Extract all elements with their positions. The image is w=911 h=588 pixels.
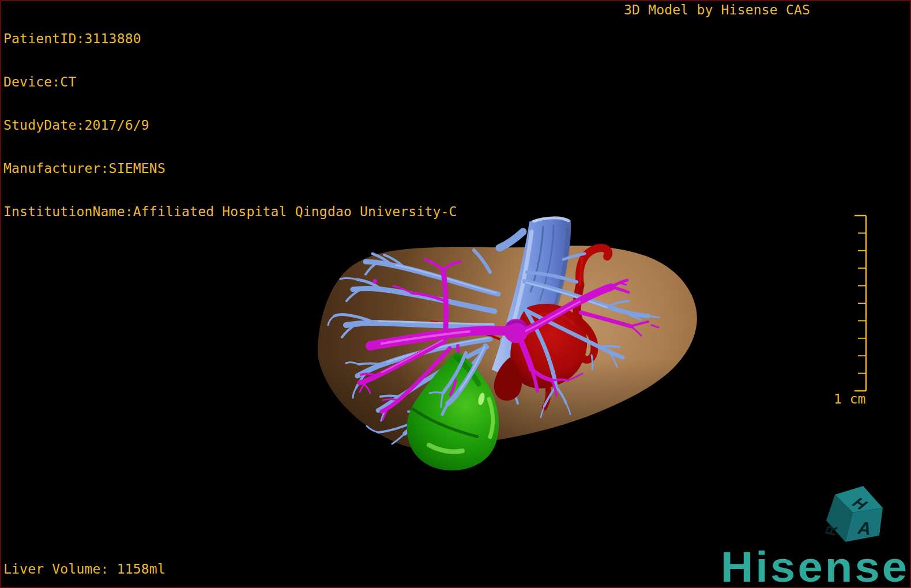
watermark-title: 3D Model by Hisense CAS [624, 3, 810, 17]
liver-volume-label: Liver Volume: 1158ml [3, 562, 165, 576]
patient-id-line: PatientID:3113880 [3, 32, 457, 46]
study-date-line: StudyDate:2017/6/9 [3, 118, 457, 133]
institution-line: InstitutionName:Affiliated Hospital Qing… [3, 205, 457, 219]
orientation-cube[interactable]: H R A [821, 486, 883, 542]
scale-bar: 1 cm [834, 216, 866, 406]
device-line: Device:CT [3, 75, 457, 89]
hisense-logo: Hisense [721, 545, 909, 588]
manufacturer-line: Manufacturer:SIEMENS [3, 161, 457, 176]
viewer-screen: 1 cm H R A PatientID:3113880 Device:CT S… [0, 0, 911, 588]
patient-info: PatientID:3113880 Device:CT StudyDate:20… [3, 3, 457, 233]
scale-label: 1 cm [834, 391, 865, 406]
